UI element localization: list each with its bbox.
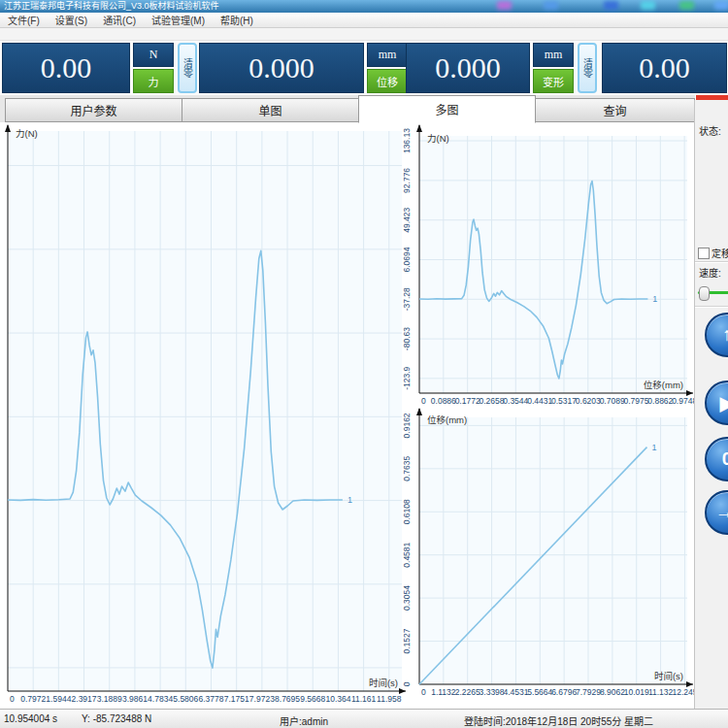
y-axis-arrow-icon xyxy=(416,124,422,132)
x-tick-label: 0.7089 xyxy=(600,396,625,406)
zero-button[interactable]: 0 xyxy=(705,437,728,481)
statusbar-y-value: Y: -85.723488 N xyxy=(82,713,151,724)
x-tick-label: 5.5806 xyxy=(173,694,198,704)
x-tick-label: 3.3398 xyxy=(480,687,505,697)
status-label: 状态: xyxy=(699,123,721,138)
titlebar-artifact xyxy=(544,1,558,10)
x-tick-label: 8.7695 xyxy=(275,694,300,704)
window-title: 江苏正瑞泰邦电子科技有限公司_V3.0板材料试验机软件 xyxy=(4,1,219,11)
displacement-unit: mm xyxy=(367,43,408,67)
y-tick-label: 0.7635 xyxy=(402,456,412,481)
x-tick-label: 3.9861 xyxy=(122,694,148,704)
deformation-label: 变形 xyxy=(533,69,574,93)
force-unit: N xyxy=(133,43,174,67)
tab-single-chart[interactable]: 单图 xyxy=(182,98,359,122)
displacement-readout: 0.000 mm 位移 清零 xyxy=(199,43,431,93)
speed-slider[interactable] xyxy=(698,286,728,298)
tab-query[interactable]: 查询 xyxy=(535,98,695,122)
y-tick-label: 49.423 xyxy=(402,207,412,232)
statusbar-time: 10.954004 s xyxy=(4,713,57,724)
x-tick-label: 6.6796 xyxy=(551,687,577,697)
divider xyxy=(695,261,728,263)
displacement-time-chart: 01.11322.22653.33984.45315.56646.67967.7… xyxy=(394,407,695,707)
x-tick-label: 6.3778 xyxy=(198,694,223,704)
titlebar-artifact xyxy=(641,1,655,10)
slider-thumb[interactable] xyxy=(699,286,710,301)
y-axis-arrow-icon xyxy=(416,408,422,415)
start-button[interactable]: ▶ xyxy=(705,381,728,425)
series-number-label: 1 xyxy=(652,294,657,304)
hold-checkbox-label: 定移 xyxy=(711,246,728,260)
deformation-zero-button[interactable]: 清零 xyxy=(578,43,597,93)
x-tick-label: 8.9062 xyxy=(600,687,625,697)
x-tick-label: 9.5668 xyxy=(300,694,325,704)
x-tick-label: 4.7834 xyxy=(148,694,173,704)
x-tick-label: 2.3917 xyxy=(72,694,97,704)
x-tick-label: 0.2658 xyxy=(479,396,504,406)
displacement-value: 0.000 xyxy=(199,43,364,93)
deformation-value: 0.000 xyxy=(406,43,530,93)
x-tick-label: 1.1132 xyxy=(431,687,456,697)
return-button[interactable]: →| xyxy=(705,490,728,535)
menu-test-manage[interactable]: 试验管理(M) xyxy=(144,13,213,27)
checkbox-box-icon[interactable] xyxy=(698,248,710,259)
y-tick-label: 0.6108 xyxy=(402,499,412,524)
deformation-unit: mm xyxy=(533,43,574,67)
x-tick-label: 11.132 xyxy=(648,687,674,697)
tab-user-params[interactable]: 用户参数 xyxy=(5,98,182,122)
y-tick-label: 0.3054 xyxy=(402,585,412,611)
x-tick-label: 0 xyxy=(421,687,426,697)
control-panel: 状态: 定移 速度: ↑ ▶ 0 →| xyxy=(694,100,728,709)
menu-file[interactable]: 文件(F) xyxy=(0,13,48,27)
tab-multi-chart[interactable]: 多图 xyxy=(358,95,536,123)
x-tick-label: 0.5317 xyxy=(551,396,577,406)
y-tick-label: -37.28 xyxy=(402,287,412,311)
x-tick-label: 0.1772 xyxy=(455,396,480,406)
x-tick-label: 7.7929 xyxy=(576,687,601,697)
y-tick-label: 6.0694 xyxy=(402,247,412,272)
menu-help[interactable]: 帮助(H) xyxy=(213,13,261,27)
x-tick-label: 0.7975 xyxy=(623,396,648,406)
x-tick-label: 5.5664 xyxy=(527,687,552,697)
x-tick-label: 0.4431 xyxy=(527,396,552,406)
titlebar-artifact xyxy=(497,1,512,10)
statusbar-user: 用户:admin xyxy=(280,713,328,728)
plot-area xyxy=(8,131,402,691)
x-tick-label: 0.7972 xyxy=(20,694,46,704)
titlebar-artifact xyxy=(604,1,618,10)
y-tick-label: 0.1527 xyxy=(402,628,412,653)
y-axis-arrow-icon xyxy=(5,124,11,132)
x-tick-label: 0 xyxy=(421,396,426,406)
title-bar: 江苏正瑞泰邦电子科技有限公司_V3.0板材料试验机软件 xyxy=(0,0,728,13)
menu-comm[interactable]: 通讯(C) xyxy=(95,13,144,27)
y-axis-title: 力(N) xyxy=(427,133,449,144)
force-time-chart: 00.79721.59442.39173.18893.98614.78345.5… xyxy=(0,123,408,707)
force-readout: 0.00 N 力 清零 xyxy=(2,43,197,93)
series-number-label: 1 xyxy=(651,443,656,452)
x-tick-label: 2.2265 xyxy=(455,687,480,697)
displacement-label: 位移 xyxy=(367,69,408,93)
x-tick-label: 3.1889 xyxy=(97,694,122,704)
x-tick-label: 0 xyxy=(10,694,15,704)
deformation-readout: 0.000 mm 变形 清零 xyxy=(406,43,597,93)
x-tick-label: 12.245 xyxy=(672,687,695,697)
menu-settings[interactable]: 设置(S) xyxy=(48,13,95,27)
x-tick-label: 0.8862 xyxy=(647,396,673,406)
x-axis-title: 位移(mm) xyxy=(644,380,683,390)
hold-checkbox[interactable]: 定移 xyxy=(698,246,728,260)
series-number-label: 1 xyxy=(347,495,352,505)
x-tick-label: 0.9748 xyxy=(672,396,695,406)
y-tick-label: -80.63 xyxy=(402,327,412,350)
y-tick-label: 136.13 xyxy=(402,128,412,153)
force-zero-button[interactable]: 清零 xyxy=(178,43,197,93)
x-tick-label: 4.4531 xyxy=(503,687,528,697)
x-tick-label: 7.9723 xyxy=(249,694,275,704)
force-label: 力 xyxy=(133,69,174,93)
y-axis-title: 力(N) xyxy=(16,128,38,139)
x-tick-label: 7.1751 xyxy=(224,694,249,704)
move-up-button[interactable]: ↑ xyxy=(705,313,728,357)
y-tick-label: -123.9 xyxy=(402,366,412,389)
y-tick-label: 92.776 xyxy=(402,168,412,193)
x-tick-label: 10.364 xyxy=(325,694,350,704)
x-tick-label: 0.3544 xyxy=(503,396,528,406)
